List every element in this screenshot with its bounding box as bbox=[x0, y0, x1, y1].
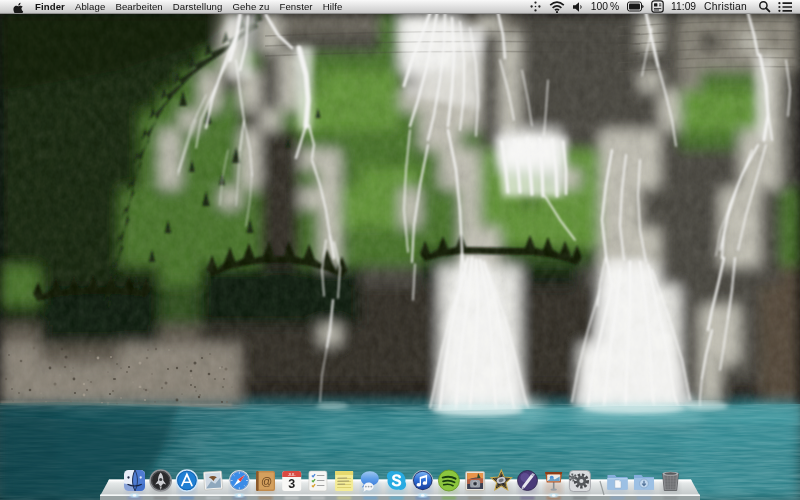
svg-text:3: 3 bbox=[288, 477, 295, 491]
svg-text:@: @ bbox=[261, 475, 272, 487]
svg-text:JUL: JUL bbox=[288, 472, 296, 477]
